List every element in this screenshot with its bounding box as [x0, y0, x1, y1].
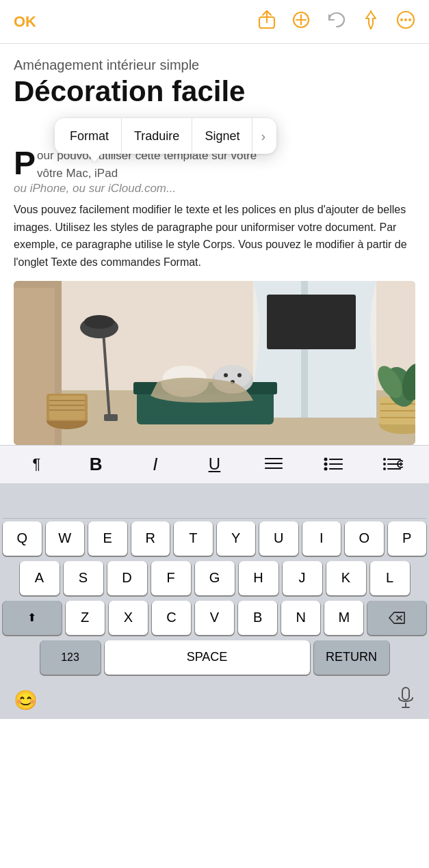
key-x[interactable]: X	[109, 601, 148, 635]
svg-point-48	[324, 463, 327, 466]
key-s[interactable]: S	[64, 561, 103, 595]
para-line2: vôtre Mac, iPad	[37, 167, 118, 180]
key-k[interactable]: K	[326, 561, 366, 595]
key-u[interactable]: U	[259, 521, 298, 556]
context-menu-format[interactable]: Format	[57, 118, 122, 154]
key-n[interactable]: N	[281, 601, 320, 635]
key-r[interactable]: R	[131, 521, 170, 556]
svg-point-47	[324, 458, 327, 461]
key-e[interactable]: E	[88, 521, 127, 556]
svg-point-53	[383, 458, 386, 461]
key-g[interactable]: G	[195, 561, 235, 595]
doc-title: Décoration facile	[14, 76, 415, 107]
list-button[interactable]	[320, 450, 347, 478]
key-c[interactable]: C	[152, 601, 191, 635]
numbers-key[interactable]: 123	[40, 640, 101, 675]
svg-rect-20	[104, 414, 118, 421]
emoji-icon[interactable]: 😊	[14, 689, 38, 711]
context-menu-signet[interactable]: Signet	[192, 118, 252, 154]
para-body: Vous pouvez facilement modifier le texte…	[14, 201, 415, 271]
return-key[interactable]: return	[314, 640, 389, 675]
key-h[interactable]: H	[239, 561, 278, 595]
svg-point-8	[404, 18, 407, 21]
italic-button[interactable]: I	[142, 450, 169, 478]
svg-point-28	[237, 373, 242, 377]
svg-point-19	[84, 315, 114, 329]
key-d[interactable]: D	[107, 561, 147, 595]
svg-point-54	[383, 463, 386, 465]
indent-button[interactable]	[379, 450, 406, 478]
svg-rect-14	[267, 295, 356, 349]
svg-point-55	[383, 467, 386, 470]
context-menu-more[interactable]: ›	[252, 118, 274, 154]
autocorrect-bar	[3, 489, 426, 519]
doc-image	[14, 281, 415, 445]
doc-subtitle: Aménagement intérieur simple	[14, 57, 415, 73]
keyboard-bottom-bar: 😊	[3, 680, 426, 719]
key-p[interactable]: P	[388, 521, 427, 556]
top-bar-icons	[258, 10, 415, 33]
key-y[interactable]: Y	[217, 521, 256, 556]
shift-key[interactable]: ⬆	[3, 601, 62, 635]
undo-icon[interactable]	[326, 12, 346, 32]
svg-rect-32	[49, 396, 85, 420]
key-b[interactable]: B	[238, 601, 277, 635]
underline-button[interactable]: U	[200, 450, 228, 478]
svg-rect-64	[402, 688, 409, 700]
key-l[interactable]: L	[370, 561, 410, 595]
content-area: Aménagement intérieur simple Décoration …	[0, 44, 429, 445]
key-z[interactable]: Z	[66, 601, 105, 635]
key-t[interactable]: T	[174, 521, 213, 556]
keyboard-area: Q W E R T Y U I O P A S D F G H J K L ⬆ …	[0, 483, 429, 719]
paragraph-area: P our pouvoir utiliser cette template su…	[14, 147, 415, 195]
add-icon[interactable]	[292, 11, 310, 33]
top-bar: OK	[0, 0, 429, 44]
bold-button[interactable]: B	[82, 450, 109, 478]
more-icon[interactable]	[396, 10, 415, 33]
para-cut: ou iPhone, ou sur iCloud.com...	[14, 182, 415, 195]
svg-point-49	[324, 467, 327, 471]
share-icon[interactable]	[258, 10, 276, 33]
svg-point-7	[400, 18, 403, 21]
context-menu-traduire[interactable]: Traduire	[122, 118, 192, 154]
key-f[interactable]: F	[151, 561, 191, 595]
svg-point-9	[408, 18, 411, 21]
para-initial: P	[14, 147, 36, 180]
keyboard-row-2: A S D F G H J K L	[3, 561, 426, 595]
paragraph-style-button[interactable]: ¶	[23, 450, 50, 478]
key-v[interactable]: V	[195, 601, 234, 635]
svg-point-27	[224, 373, 228, 377]
key-a[interactable]: A	[20, 561, 60, 595]
delete-key[interactable]	[367, 601, 426, 635]
format-toolbar: ¶ B I U	[0, 445, 429, 483]
key-i[interactable]: I	[302, 521, 341, 556]
microphone-icon[interactable]	[396, 687, 415, 714]
ok-button[interactable]: OK	[14, 13, 36, 31]
key-q[interactable]: Q	[3, 521, 42, 556]
key-o[interactable]: O	[345, 521, 384, 556]
align-button[interactable]	[260, 450, 287, 478]
key-w[interactable]: W	[46, 521, 85, 556]
keyboard-row-3: ⬆ Z X C V B N M	[3, 601, 426, 635]
keyboard-row-bottom: 123 space return	[3, 640, 426, 675]
key-m[interactable]: M	[324, 601, 363, 635]
space-key[interactable]: space	[105, 640, 310, 675]
key-j[interactable]: J	[283, 561, 322, 595]
context-menu: Format Traduire Signet ›	[55, 118, 276, 154]
keyboard-row-1: Q W E R T Y U I O P	[3, 521, 426, 556]
pin-icon[interactable]	[362, 10, 380, 33]
